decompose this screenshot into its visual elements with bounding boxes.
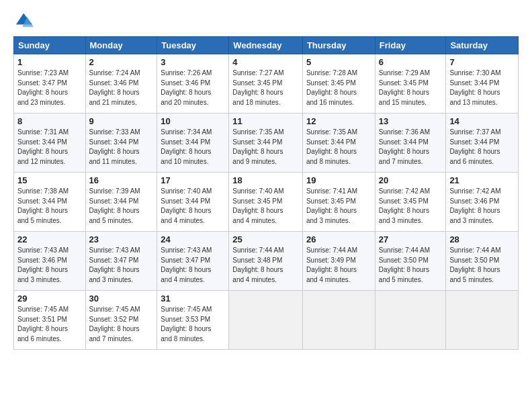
- day-info: Sunrise: 7:24 AM Sunset: 3:46 PM Dayligh…: [89, 68, 154, 107]
- calendar-cell: 12Sunrise: 7:35 AM Sunset: 3:44 PM Dayli…: [302, 113, 375, 173]
- day-info: Sunrise: 7:31 AM Sunset: 3:44 PM Dayligh…: [17, 128, 82, 167]
- calendar-week-1: 1Sunrise: 7:23 AM Sunset: 3:47 PM Daylig…: [14, 54, 519, 113]
- day-number: 9: [89, 116, 154, 126]
- logo: [13, 11, 34, 30]
- header-cell-sunday: Sunday: [14, 37, 86, 54]
- page-container: SundayMondayTuesdayWednesdayThursdayFrid…: [0, 0, 532, 357]
- day-info: Sunrise: 7:41 AM Sunset: 3:45 PM Dayligh…: [306, 187, 371, 226]
- calendar-cell: 21Sunrise: 7:42 AM Sunset: 3:46 PM Dayli…: [446, 173, 519, 232]
- calendar-table: SundayMondayTuesdayWednesdayThursdayFrid…: [13, 36, 519, 350]
- calendar-cell: 19Sunrise: 7:41 AM Sunset: 3:45 PM Dayli…: [302, 173, 375, 232]
- day-info: Sunrise: 7:43 AM Sunset: 3:47 PM Dayligh…: [161, 246, 225, 285]
- calendar-cell: 13Sunrise: 7:36 AM Sunset: 3:44 PM Dayli…: [375, 113, 446, 173]
- day-info: Sunrise: 7:43 AM Sunset: 3:47 PM Dayligh…: [89, 246, 154, 285]
- day-info: Sunrise: 7:34 AM Sunset: 3:44 PM Dayligh…: [161, 128, 225, 167]
- day-info: Sunrise: 7:44 AM Sunset: 3:48 PM Dayligh…: [232, 246, 299, 285]
- calendar-cell: 3Sunrise: 7:26 AM Sunset: 3:46 PM Daylig…: [157, 54, 229, 113]
- day-number: 4: [232, 57, 299, 67]
- day-number: 24: [161, 234, 225, 244]
- header-cell-saturday: Saturday: [446, 37, 519, 54]
- day-info: Sunrise: 7:42 AM Sunset: 3:45 PM Dayligh…: [379, 187, 443, 226]
- day-number: 1: [17, 57, 82, 67]
- day-number: 31: [161, 293, 225, 304]
- day-number: 14: [449, 116, 515, 126]
- day-number: 6: [379, 57, 443, 67]
- day-number: 29: [17, 293, 82, 304]
- calendar-header: SundayMondayTuesdayWednesdayThursdayFrid…: [14, 37, 519, 54]
- header-cell-monday: Monday: [85, 37, 157, 54]
- day-number: 15: [17, 175, 82, 185]
- calendar-cell: 24Sunrise: 7:43 AM Sunset: 3:47 PM Dayli…: [157, 232, 229, 291]
- header-cell-tuesday: Tuesday: [157, 37, 229, 54]
- day-number: 10: [161, 116, 225, 126]
- logo-icon: [15, 11, 34, 30]
- calendar-week-2: 8Sunrise: 7:31 AM Sunset: 3:44 PM Daylig…: [14, 113, 519, 173]
- calendar-week-5: 29Sunrise: 7:45 AM Sunset: 3:51 PM Dayli…: [14, 291, 519, 350]
- calendar-cell: 16Sunrise: 7:39 AM Sunset: 3:44 PM Dayli…: [85, 173, 157, 232]
- calendar-cell: 15Sunrise: 7:38 AM Sunset: 3:44 PM Dayli…: [14, 173, 86, 232]
- header-cell-friday: Friday: [375, 37, 446, 54]
- day-info: Sunrise: 7:26 AM Sunset: 3:46 PM Dayligh…: [161, 68, 225, 107]
- day-number: 23: [89, 234, 154, 244]
- day-info: Sunrise: 7:43 AM Sunset: 3:46 PM Dayligh…: [17, 246, 82, 285]
- day-number: 12: [306, 116, 371, 126]
- day-number: 2: [89, 57, 154, 67]
- day-info: Sunrise: 7:45 AM Sunset: 3:52 PM Dayligh…: [89, 305, 154, 344]
- calendar-cell: 10Sunrise: 7:34 AM Sunset: 3:44 PM Dayli…: [157, 113, 229, 173]
- day-number: 11: [232, 116, 299, 126]
- day-info: Sunrise: 7:29 AM Sunset: 3:45 PM Dayligh…: [379, 68, 443, 107]
- calendar-cell: 9Sunrise: 7:33 AM Sunset: 3:44 PM Daylig…: [85, 113, 157, 173]
- day-number: 30: [89, 293, 154, 304]
- day-info: Sunrise: 7:39 AM Sunset: 3:44 PM Dayligh…: [89, 187, 154, 226]
- day-info: Sunrise: 7:35 AM Sunset: 3:44 PM Dayligh…: [306, 128, 371, 167]
- day-info: Sunrise: 7:23 AM Sunset: 3:47 PM Dayligh…: [17, 68, 82, 107]
- calendar-cell: [446, 291, 519, 350]
- calendar-cell: 11Sunrise: 7:35 AM Sunset: 3:44 PM Dayli…: [229, 113, 303, 173]
- day-info: Sunrise: 7:40 AM Sunset: 3:44 PM Dayligh…: [161, 187, 225, 226]
- day-info: Sunrise: 7:38 AM Sunset: 3:44 PM Dayligh…: [17, 187, 82, 226]
- day-info: Sunrise: 7:35 AM Sunset: 3:44 PM Dayligh…: [232, 128, 299, 167]
- calendar-cell: [302, 291, 375, 350]
- calendar-cell: 1Sunrise: 7:23 AM Sunset: 3:47 PM Daylig…: [14, 54, 86, 113]
- day-number: 20: [379, 175, 443, 185]
- day-number: 18: [232, 175, 299, 185]
- day-info: Sunrise: 7:45 AM Sunset: 3:51 PM Dayligh…: [17, 305, 82, 344]
- day-info: Sunrise: 7:44 AM Sunset: 3:50 PM Dayligh…: [449, 246, 515, 285]
- day-info: Sunrise: 7:44 AM Sunset: 3:50 PM Dayligh…: [379, 246, 443, 285]
- calendar-cell: 26Sunrise: 7:44 AM Sunset: 3:49 PM Dayli…: [302, 232, 375, 291]
- calendar-cell: 20Sunrise: 7:42 AM Sunset: 3:45 PM Dayli…: [375, 173, 446, 232]
- header-row: SundayMondayTuesdayWednesdayThursdayFrid…: [14, 37, 519, 54]
- day-info: Sunrise: 7:45 AM Sunset: 3:53 PM Dayligh…: [161, 305, 225, 344]
- header-cell-wednesday: Wednesday: [229, 37, 303, 54]
- day-number: 13: [379, 116, 443, 126]
- calendar-cell: 28Sunrise: 7:44 AM Sunset: 3:50 PM Dayli…: [446, 232, 519, 291]
- day-number: 28: [449, 234, 515, 244]
- calendar-cell: 31Sunrise: 7:45 AM Sunset: 3:53 PM Dayli…: [157, 291, 229, 350]
- calendar-cell: [375, 291, 446, 350]
- calendar-cell: 29Sunrise: 7:45 AM Sunset: 3:51 PM Dayli…: [14, 291, 86, 350]
- day-info: Sunrise: 7:30 AM Sunset: 3:44 PM Dayligh…: [449, 68, 515, 107]
- calendar-cell: 27Sunrise: 7:44 AM Sunset: 3:50 PM Dayli…: [375, 232, 446, 291]
- calendar-cell: 18Sunrise: 7:40 AM Sunset: 3:45 PM Dayli…: [229, 173, 303, 232]
- calendar-cell: 5Sunrise: 7:28 AM Sunset: 3:45 PM Daylig…: [302, 54, 375, 113]
- day-info: Sunrise: 7:33 AM Sunset: 3:44 PM Dayligh…: [89, 128, 154, 167]
- calendar-cell: 30Sunrise: 7:45 AM Sunset: 3:52 PM Dayli…: [85, 291, 157, 350]
- calendar-cell: 25Sunrise: 7:44 AM Sunset: 3:48 PM Dayli…: [229, 232, 303, 291]
- calendar-cell: 8Sunrise: 7:31 AM Sunset: 3:44 PM Daylig…: [14, 113, 86, 173]
- day-number: 8: [17, 116, 82, 126]
- day-number: 27: [379, 234, 443, 244]
- calendar-cell: 14Sunrise: 7:37 AM Sunset: 3:44 PM Dayli…: [446, 113, 519, 173]
- day-number: 7: [449, 57, 515, 67]
- calendar-cell: 4Sunrise: 7:27 AM Sunset: 3:45 PM Daylig…: [229, 54, 303, 113]
- day-info: Sunrise: 7:44 AM Sunset: 3:49 PM Dayligh…: [306, 246, 371, 285]
- day-number: 5: [306, 57, 371, 67]
- calendar-cell: 2Sunrise: 7:24 AM Sunset: 3:46 PM Daylig…: [85, 54, 157, 113]
- header-cell-thursday: Thursday: [302, 37, 375, 54]
- day-number: 25: [232, 234, 299, 244]
- day-info: Sunrise: 7:27 AM Sunset: 3:45 PM Dayligh…: [232, 68, 299, 107]
- day-number: 16: [89, 175, 154, 185]
- day-number: 22: [17, 234, 82, 244]
- calendar-cell: 17Sunrise: 7:40 AM Sunset: 3:44 PM Dayli…: [157, 173, 229, 232]
- day-info: Sunrise: 7:37 AM Sunset: 3:44 PM Dayligh…: [449, 128, 515, 167]
- day-number: 26: [306, 234, 371, 244]
